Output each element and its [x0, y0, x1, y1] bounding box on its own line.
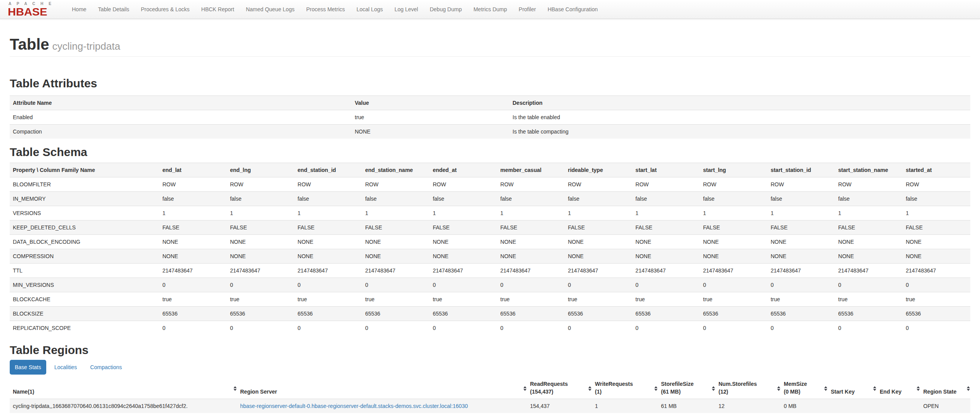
hbase-logo[interactable]: A P A C H E HBASE	[8, 1, 54, 17]
sort-icon[interactable]	[712, 386, 715, 391]
schema-property-name: KEEP_DELETED_CELLS	[10, 220, 159, 235]
sort-icon[interactable]	[654, 386, 657, 391]
schema-property-value: ROW	[362, 177, 430, 192]
nav-item-hbase-configuration[interactable]: HBase Configuration	[542, 2, 603, 16]
schema-property-value: 2147483647	[700, 264, 767, 278]
attributes-cell: Compaction	[10, 125, 352, 139]
schema-property-value: 0	[497, 278, 565, 292]
schema-row-compression: COMPRESSIONNONENONENONENONENONENONENONEN…	[10, 249, 970, 264]
schema-property-value: 2147483647	[767, 264, 835, 278]
schema-property-value: NONE	[632, 249, 700, 264]
sort-icon[interactable]	[917, 386, 920, 391]
schema-property-value: 65536	[632, 307, 700, 321]
schema-property-value: NONE	[159, 235, 227, 249]
schema-property-value: 0	[430, 278, 497, 292]
regions-column-header-writerequests[interactable]: WriteRequests(1)	[592, 378, 658, 399]
nav-item-local-logs[interactable]: Local Logs	[351, 2, 389, 16]
sort-icon[interactable]	[523, 386, 527, 391]
nav-item-named-queue-logs[interactable]: Named Queue Logs	[240, 2, 300, 16]
schema-property-value: false	[159, 192, 227, 206]
schema-property-value: true	[565, 292, 632, 307]
tab-compactions[interactable]: Compactions	[85, 360, 127, 375]
schema-property-value: 65536	[700, 307, 767, 321]
sort-icon[interactable]	[967, 386, 970, 391]
schema-property-value: 0	[295, 278, 362, 292]
sort-icon[interactable]	[824, 386, 827, 391]
regions-cell-start-key	[828, 399, 877, 413]
regions-column-header-num-storefiles[interactable]: Num.Storefiles(12)	[715, 378, 781, 399]
schema-row-bloomfilter: BLOOMFILTERROWROWROWROWROWROWROWROWROWRO…	[10, 177, 970, 192]
regions-cell-mem-size: 0 MB	[781, 399, 828, 413]
region-server-link[interactable]: hbase-regionserver-default-0.hbase-regio…	[240, 403, 468, 409]
schema-property-value: 2147483647	[362, 264, 430, 278]
regions-column-header-end-key[interactable]: End Key	[877, 378, 920, 399]
schema-property-value: 65536	[295, 307, 362, 321]
schema-property-value: ROW	[835, 177, 903, 192]
sort-down-arrow	[234, 389, 237, 391]
page-header: Tablecycling-tripdata	[10, 19, 970, 57]
regions-column-header-region-server[interactable]: Region Server	[237, 378, 527, 399]
regions-column-header-name-1[interactable]: Name(1)	[10, 378, 237, 399]
schema-family-header-ended-at: ended_at	[430, 163, 497, 177]
nav-item-log-level[interactable]: Log Level	[389, 2, 424, 16]
nav-item-hbck-report[interactable]: HBCK Report	[195, 2, 240, 16]
schema-property-value: 0	[632, 278, 700, 292]
sort-icon[interactable]	[873, 386, 876, 391]
attributes-cell: Is the table compacting	[509, 125, 970, 139]
schema-property-value: 65536	[835, 307, 903, 321]
sort-down-arrow	[873, 389, 876, 391]
nav-item-procedures-locks[interactable]: Procedures & Locks	[135, 2, 195, 16]
sort-icon[interactable]	[234, 386, 237, 391]
sort-icon[interactable]	[588, 386, 591, 391]
regions-column-sub-label: (12)	[718, 388, 775, 396]
nav-item-metrics-dump[interactable]: Metrics Dump	[467, 2, 513, 16]
hbase-logo-hbase-text: HBASE	[8, 6, 54, 17]
regions-column-sub-label: (61 MB)	[661, 388, 710, 396]
nav-item-profiler[interactable]: Profiler	[513, 2, 542, 16]
schema-property-value: true	[497, 292, 565, 307]
regions-column-header-readrequests[interactable]: ReadRequests(154,437)	[527, 378, 592, 399]
nav-item-process-metrics[interactable]: Process Metrics	[300, 2, 351, 16]
schema-property-value: NONE	[632, 235, 700, 249]
schema-property-value: 65536	[497, 307, 565, 321]
sort-up-arrow	[824, 386, 827, 388]
nav-item-table-details[interactable]: Table Details	[92, 2, 135, 16]
schema-property-value: 1	[430, 206, 497, 220]
regions-column-label: StorefileSize	[661, 380, 710, 388]
schema-property-value: 0	[227, 278, 295, 292]
schema-property-value: 2147483647	[430, 264, 497, 278]
schema-property-value: ROW	[767, 177, 835, 192]
schema-property-value: false	[497, 192, 565, 206]
regions-column-header-memsize[interactable]: MemSize(0 MB)	[781, 378, 828, 399]
schema-property-value: 65536	[362, 307, 430, 321]
sort-up-arrow	[873, 386, 876, 388]
regions-tabs: Base StatsLocalitiesCompactions	[10, 360, 970, 375]
schema-property-value: NONE	[565, 249, 632, 264]
schema-property-value: 1	[767, 206, 835, 220]
tab-localities[interactable]: Localities	[49, 360, 82, 375]
schema-property-value: NONE	[903, 235, 970, 249]
schema-family-header-end-lat: end_lat	[159, 163, 227, 177]
regions-column-header-region-state[interactable]: Region State	[920, 378, 970, 399]
schema-property-value: 1	[159, 206, 227, 220]
schema-row-blocksize: BLOCKSIZE6553665536655366553665536655366…	[10, 307, 970, 321]
schema-property-value: 0	[362, 321, 430, 335]
schema-property-value: true	[295, 292, 362, 307]
sort-icon[interactable]	[777, 386, 780, 391]
nav-item-home[interactable]: Home	[66, 2, 92, 16]
tab-base-stats[interactable]: Base Stats	[10, 360, 46, 375]
regions-column-header-start-key[interactable]: Start Key	[828, 378, 877, 399]
schema-property-value: true	[159, 292, 227, 307]
schema-property-value: FALSE	[159, 220, 227, 235]
schema-property-value: ROW	[227, 177, 295, 192]
nav-item-debug-dump[interactable]: Debug Dump	[424, 2, 468, 16]
schema-property-value: ROW	[159, 177, 227, 192]
schema-property-value: 1	[362, 206, 430, 220]
schema-property-value: false	[700, 192, 767, 206]
regions-column-header-storefilesize[interactable]: StorefileSize(61 MB)	[658, 378, 715, 399]
schema-property-value: FALSE	[565, 220, 632, 235]
regions-table: Name(1)Region ServerReadRequests(154,437…	[10, 378, 970, 413]
schema-property-value: NONE	[227, 249, 295, 264]
schema-property-value: true	[362, 292, 430, 307]
regions-cell-name: cycling-tripdata,,1663687070640.06131c80…	[10, 399, 237, 413]
